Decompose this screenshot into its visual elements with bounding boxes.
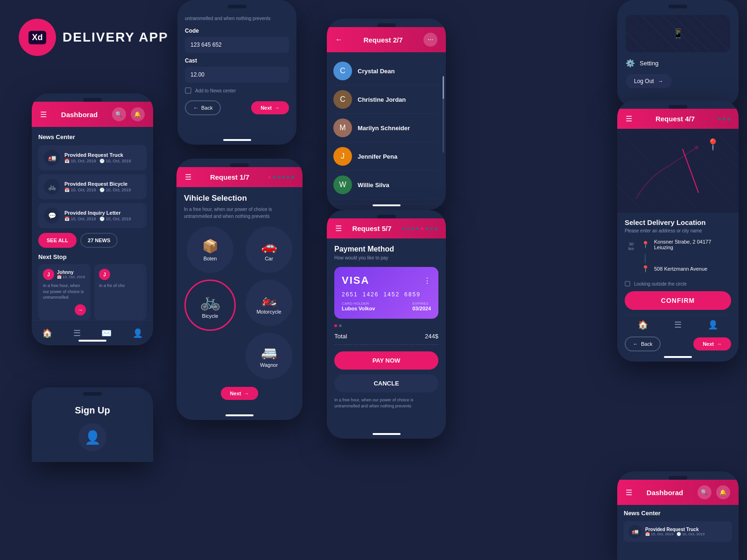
arrow-icon-1[interactable]: → [75,304,86,315]
user-nav-icon[interactable]: 👤 [133,328,143,338]
location-list: 📍 Konsner Strabe, 2 04177 Leiuzing 📍 508… [641,239,731,276]
home-nav-icon[interactable]: 🏠 [42,328,52,338]
vehicle-title: Vihicle Selection [184,194,295,203]
dashboard-header: ☰ Dashborad 🔍 🔔 [32,102,153,127]
progress-bar-5 [373,204,401,206]
delivery-home-icon[interactable]: 🏠 [638,320,648,330]
card-dot-2 [339,324,342,327]
people-content: C Crystal Dean C Christine Jordan M Mari… [327,52,446,204]
stop-card-2-user: J [99,269,142,280]
form-checkbox: Add to News center [185,87,289,94]
delivery-steps [718,118,730,120]
payment-total: Total 244$ [334,333,438,345]
locations-area: 30km 📍 Konsner Strabe, 2 04177 Leiuzing … [625,239,731,276]
bell-icon[interactable]: 🔔 [131,107,145,121]
car-icon: 🚗 [261,238,277,254]
j-avatar: J [99,269,110,280]
location-2-icon: 📍 [641,265,649,273]
news-item-3: 💬 Provided Inquiry Letter 📅 10, Oct, 201… [38,203,147,228]
person-item-2[interactable]: C Christine Jordan [333,85,439,114]
payment-hamburger[interactable]: ☰ [335,224,342,233]
johnny-avatar: J [43,269,54,280]
stop-card-1-user: J Johnny 📅 10, Oct, 2019 [43,269,86,280]
pay-now-button[interactable]: PAY NOW [334,351,438,370]
next-button-form[interactable]: Next → [251,101,289,114]
jennifer-name: Jennifer Pena [358,153,397,160]
visa-logo: VISA [342,274,369,287]
logout-button[interactable]: Log Out → [626,74,672,88]
johnny-name: Johnny [57,270,85,275]
car-label: Car [265,256,273,261]
vehicle-wagnor[interactable]: 🚐 Wagnor [246,333,292,379]
vehicle-bicycle[interactable]: 🚲 Bicycle [184,280,236,331]
code-input[interactable] [185,37,289,53]
news-item-2-date: 📅 10, Oct, 2019 🕐 10, Oct, 2019 [64,188,141,192]
phone-form: untrammelled and when nothing prevents C… [177,0,296,145]
news-item-2-title: Provided Request Bicycle [64,181,141,187]
add-news-checkbox[interactable] [185,87,191,94]
dashboard-bottom-content: News Center 🚛 Provided Request Truck 📅 1… [617,505,739,546]
news-count-button[interactable]: 27 NEWS [80,233,118,248]
bicycle-label: Bicycle [202,313,218,319]
stop-card-1-name: Johnny 📅 10, Oct, 2019 [57,270,85,279]
db-search-icon[interactable]: 🔍 [698,485,712,499]
person-item-4[interactable]: J Jennifer Pena [333,142,439,171]
people-more-icon[interactable]: ⋯ [423,33,437,47]
db-hamburger[interactable]: ☰ [626,488,632,497]
p-dot-4 [416,227,419,230]
payment-header: ☰ Request 5/7 [327,218,446,238]
delivery-hamburger[interactable]: ☰ [626,114,632,123]
db-truck-icon: 🚛 [628,525,641,538]
card-dot-1 [334,324,337,327]
phone-payment: ☰ Request 5/7 Payment Method How would y… [327,210,446,439]
mail-nav-icon[interactable]: ✉️ [101,328,112,338]
cancel-button[interactable]: CANCLE [334,374,438,392]
christine-name: Christine Jordan [358,96,406,103]
person-item-3[interactable]: M Marilyn Schneider [333,114,439,142]
see-all-button[interactable]: SEE ALL [38,233,77,248]
delivery-back-button[interactable]: ← Back [625,336,661,351]
person-item-5[interactable]: W Willie Silva [333,171,439,199]
person-item-1[interactable]: C Crystal Dean [333,57,439,85]
vehicle-car[interactable]: 🚗 Car [246,226,292,273]
location-2-row: 📍 508 Kertzmann Avenue [641,265,731,273]
list-nav-icon[interactable]: ☰ [73,328,81,338]
vehicle-right-col: 🏍️ Motorcycle 🚐 Wagnor [246,280,292,379]
gear-icon: ⚙️ [626,59,635,68]
km-badge: 30km [625,239,638,254]
location-2-text: 508 Kertzmann Avenue [654,266,707,272]
vehicle-next-button[interactable]: Next → [221,387,259,400]
back-button-form[interactable]: ← Back [185,100,221,115]
confirm-button[interactable]: CONFIRM [625,291,731,310]
expires-label: EXPIRES [412,301,431,306]
next-stop-title: Next Stop [38,253,147,260]
people-hamburger[interactable]: ← [335,35,343,44]
search-icon[interactable]: 🔍 [112,107,126,121]
visa-menu-icon[interactable]: ⋮ [423,276,431,285]
payment-content: Payment Method How would you like to pay… [327,238,446,415]
phone-vehicle: ☰ Request 1/7 Vihicle Selection In a fre… [176,159,303,420]
delivery-next-button[interactable]: Next → [693,337,731,350]
dashboard-title: Dashborad [61,111,98,119]
phone-delivery: ☰ Request 4/7 📍 Select Delivery Location… [617,100,739,362]
vehicle-next-row: Next → [184,387,295,400]
logo-area: Xd DELIVERY APP [19,19,169,56]
visa-card[interactable]: VISA ⋮ 2651 1426 1452 6859 CARD HOLDER L… [334,267,438,319]
hamburger-icon[interactable]: ☰ [40,110,47,119]
p-dot-2 [407,227,409,230]
db-bell-icon[interactable]: 🔔 [716,485,730,499]
vehicle-motorcycle[interactable]: 🏍️ Motorcycle [246,280,292,326]
vehicle-hamburger[interactable]: ☰ [185,173,191,182]
delivery-list-icon[interactable]: ☰ [674,320,682,330]
looking-checkbox[interactable] [625,281,630,287]
db-header-icons: 🔍 🔔 [698,485,730,499]
d-dot-2 [723,118,726,120]
crystal-avatar: C [333,62,352,80]
vehicle-grid: 📦 Boten 🚗 Car 🚲 Bicycle 🏍️ Motorcycle 🚐 … [184,226,295,379]
vehicle-boten[interactable]: 📦 Boten [187,226,233,273]
phone-notch-delivery [669,105,687,109]
cast-input[interactable] [185,67,289,83]
settings-item: ⚙️ Setting [626,59,730,68]
payment-header-title: Request 5/7 [352,224,391,232]
delivery-user-icon[interactable]: 👤 [708,320,718,330]
